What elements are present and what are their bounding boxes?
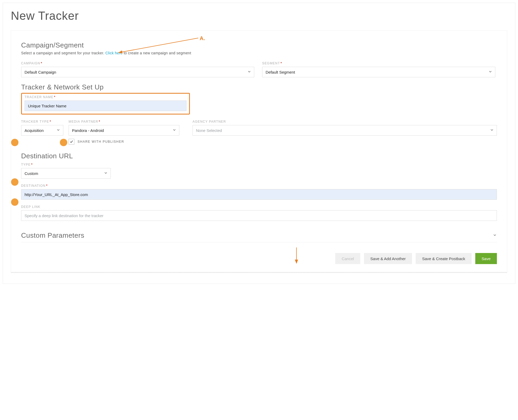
tracker-name-input[interactable]: Unique Tracker Name: [25, 101, 186, 111]
campaign-label: CAMPAIGN*: [21, 61, 254, 65]
segment-value: Default Segment: [266, 70, 295, 74]
share-publisher-label: SHARE WITH PUBLISHER: [78, 140, 124, 144]
cancel-button: Cancel: [335, 253, 360, 264]
section-title-destination: Destination URL: [21, 152, 497, 160]
deeplink-placeholder: Specify a deep link destination for the …: [25, 213, 103, 218]
section-title-campaign: Campaign/Segment: [21, 41, 497, 49]
tracker-type-value: Acquisition: [25, 128, 44, 133]
callout-dot: [11, 139, 18, 146]
agency-partner-select[interactable]: None Selected: [193, 125, 497, 136]
section-title-tracker: Tracker & Network Set Up: [21, 83, 497, 91]
agency-partner-value: None Selected: [196, 128, 222, 133]
desc-text: Select a campaign and segment for your t…: [21, 51, 105, 55]
annotation-a-label: A.: [200, 35, 205, 41]
callout-dot: [11, 178, 18, 186]
section-title-custom-params: Custom Parameters: [21, 231, 84, 240]
tracker-name-value: Unique Tracker Name: [28, 104, 66, 108]
check-icon: [69, 140, 74, 144]
destination-label: DESTINATION*: [21, 184, 497, 188]
agency-partner-label: AGENCY PARTNER: [193, 120, 497, 123]
page-title: New Tracker: [11, 9, 507, 22]
share-publisher-checkbox[interactable]: [69, 139, 74, 145]
form-card: A. Campaign/Segment Select a campaign an…: [11, 30, 507, 272]
deeplink-input[interactable]: Specify a deep link destination for the …: [21, 210, 497, 221]
tracker-name-label: TRACKER NAME*: [25, 95, 186, 99]
click-here-link[interactable]: Click here: [105, 51, 122, 55]
campaign-desc: Select a campaign and segment for your t…: [21, 51, 497, 55]
chevron-down-icon: [172, 128, 176, 133]
segment-select[interactable]: Default Segment: [262, 67, 495, 77]
dest-type-select[interactable]: Custom: [21, 168, 111, 179]
callout-dot: [60, 139, 67, 146]
chevron-down-icon: [247, 70, 251, 75]
chevron-down-icon: [490, 128, 494, 133]
save-create-postback-button[interactable]: Save & Create Postback: [416, 253, 471, 264]
media-partner-label: MEDIA PARTNER*: [69, 120, 179, 123]
save-add-another-button[interactable]: Save & Add Another: [364, 253, 412, 264]
destination-value: http://Your_URL_At_App_Store.com: [25, 192, 88, 197]
dest-type-label: TYPE*: [21, 163, 497, 166]
callout-dot: [11, 198, 18, 206]
chevron-down-icon: [104, 171, 108, 176]
chevron-down-icon[interactable]: [493, 233, 497, 238]
destination-input[interactable]: http://Your_URL_At_App_Store.com: [21, 189, 497, 200]
deeplink-label: DEEP LINK: [21, 205, 497, 209]
tracker-type-select[interactable]: Acquisition: [21, 125, 63, 136]
tracker-name-highlight: TRACKER NAME* Unique Tracker Name: [21, 93, 190, 114]
campaign-value: Default Campaign: [25, 70, 56, 74]
media-partner-select[interactable]: Pandora - Android: [69, 125, 179, 136]
desc-text: to create a new campaign and segment: [123, 51, 191, 55]
tracker-type-label: TRACKER TYPE*: [21, 120, 63, 123]
segment-label: SEGMENT*: [262, 61, 495, 65]
campaign-select[interactable]: Default Campaign: [21, 67, 254, 77]
dest-type-value: Custom: [25, 171, 38, 176]
save-button[interactable]: Save: [475, 253, 497, 264]
chevron-down-icon: [488, 70, 492, 75]
chevron-down-icon: [56, 128, 60, 133]
media-partner-value: Pandora - Android: [72, 128, 104, 133]
